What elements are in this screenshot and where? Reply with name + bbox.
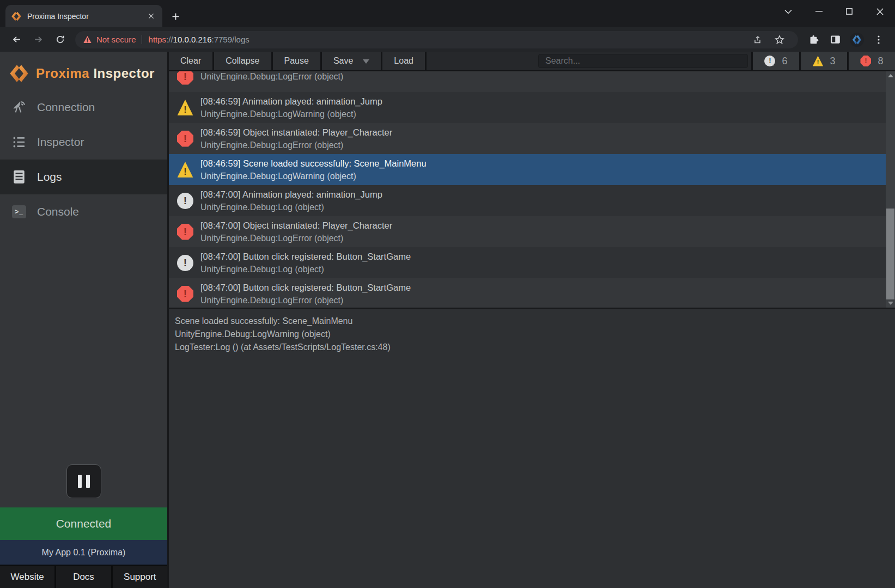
chevron-down-icon[interactable] <box>773 0 803 23</box>
error-filter-button[interactable]: 8 <box>847 52 895 70</box>
not-secure-warning-icon <box>83 35 92 44</box>
connected-app-name: My App 0.1 (Proxima) <box>0 540 167 565</box>
sidebar-nav: Connection Inspector <box>0 90 167 229</box>
log-row[interactable]: [08:47:00] Button click registered: Butt… <box>169 247 895 278</box>
error-icon <box>860 56 871 66</box>
search-input[interactable] <box>538 54 748 68</box>
log-row[interactable]: UnityEngine.Debug:LogError (object) <box>169 71 895 92</box>
warning-count: 3 <box>830 56 835 67</box>
log-stack: UnityEngine.Debug:LogError (object) <box>200 232 392 244</box>
log-message: [08:47:00] Animation played: animation_J… <box>200 188 382 201</box>
log-stack: UnityEngine.Debug:LogWarning (object) <box>200 108 382 120</box>
side-panel-icon[interactable] <box>824 30 846 50</box>
log-stack: UnityEngine.Debug:LogError (object) <box>200 71 343 83</box>
log-stack: UnityEngine.Debug:Log (object) <box>200 263 411 275</box>
menu-dots-icon[interactable] <box>868 30 890 50</box>
scroll-up-arrow-icon[interactable] <box>886 71 895 79</box>
not-secure-label: Not secure <box>96 35 136 44</box>
tab-close-icon[interactable] <box>145 10 157 22</box>
omnibox-divider <box>142 35 142 44</box>
info-icon <box>764 56 775 66</box>
log-list-area: UnityEngine.Debug:LogError (object)[08:4… <box>169 71 895 308</box>
url-scheme: https <box>149 35 167 44</box>
app-title: Proxima Inspector <box>36 66 155 81</box>
terminal-icon: >_ <box>11 205 27 218</box>
log-message: [08:47:00] Object instantiated: Player_C… <box>200 219 392 232</box>
back-icon[interactable] <box>5 30 27 50</box>
sidebar-item-label: Logs <box>37 170 62 183</box>
detail-line: UnityEngine.Debug:LogWarning (object) <box>175 328 895 341</box>
satellite-icon <box>11 100 27 115</box>
log-row[interactable]: [08:47:00] Button click registered: Butt… <box>169 278 895 308</box>
scrollbar-thumb[interactable] <box>886 209 894 299</box>
log-message: [08:47:00] Button click registered: Butt… <box>200 281 411 294</box>
pause-log-button[interactable]: Pause <box>273 52 322 70</box>
error-icon <box>177 71 193 85</box>
detail-line: Scene loaded successfully: Scene_MainMen… <box>175 315 895 328</box>
app-title-primary: Proxima <box>36 66 89 81</box>
pause-stream-button[interactable] <box>66 464 101 498</box>
log-row[interactable]: [08:46:59] Object instantiated: Player_C… <box>169 123 895 154</box>
warning-icon <box>177 100 193 116</box>
sidebar-item-label: Console <box>37 205 79 218</box>
log-message: [08:46:59] Object instantiated: Player_C… <box>200 126 392 139</box>
collapse-button-label: Collapse <box>226 56 259 66</box>
scroll-down-arrow-icon[interactable] <box>886 299 895 308</box>
proxima-logo-icon <box>9 63 29 84</box>
pause-icon <box>78 475 82 488</box>
sidebar-item-inspector[interactable]: Inspector <box>0 125 167 160</box>
docs-link[interactable]: Docs <box>56 566 111 588</box>
close-window-icon[interactable] <box>864 0 895 23</box>
profile-avatar[interactable] <box>846 30 868 50</box>
detail-line: LogTester:Log () (at Assets/TestScripts/… <box>175 341 895 354</box>
minimize-icon[interactable] <box>803 0 834 23</box>
warning-icon <box>812 56 823 66</box>
window-controls <box>773 0 895 23</box>
support-link[interactable]: Support <box>113 566 167 588</box>
sidebar-item-logs[interactable]: Logs <box>0 160 167 194</box>
forward-icon[interactable] <box>27 30 49 50</box>
logs-toolbar: Clear Collapse Pause Save Load 6 3 <box>169 52 895 71</box>
log-stack: UnityEngine.Debug:LogError (object) <box>200 294 411 307</box>
error-count: 8 <box>878 56 883 67</box>
warning-filter-button[interactable]: 3 <box>799 52 847 70</box>
info-icon <box>177 193 193 209</box>
log-stack: UnityEngine.Debug:LogError (object) <box>200 139 392 151</box>
load-button[interactable]: Load <box>382 52 427 70</box>
log-row[interactable]: [08:46:59] Scene loaded successfully: Sc… <box>169 154 895 185</box>
collapse-button[interactable]: Collapse <box>214 52 272 70</box>
app-title-secondary: Inspector <box>93 66 155 81</box>
url-separator: :// <box>166 35 173 44</box>
clear-button-label: Clear <box>180 56 201 66</box>
log-row[interactable]: [08:47:00] Object instantiated: Player_C… <box>169 216 895 247</box>
url-text: https://10.0.0.216:7759/logs <box>149 35 249 44</box>
new-tab-button[interactable] <box>168 9 183 24</box>
proxima-favicon-icon <box>11 11 22 22</box>
share-icon[interactable] <box>747 30 769 50</box>
save-dropdown-caret-icon[interactable] <box>363 59 369 67</box>
log-row[interactable]: [08:46:59] Animation played: animation_J… <box>169 92 895 123</box>
url-host: 10.0.0.216 <box>173 35 212 44</box>
info-count: 6 <box>782 56 787 67</box>
extensions-puzzle-icon[interactable] <box>802 30 824 50</box>
load-button-label: Load <box>394 56 413 66</box>
reload-icon[interactable] <box>49 30 71 50</box>
sidebar-item-console[interactable]: >_ Console <box>0 194 167 229</box>
scrollbar[interactable] <box>886 71 895 308</box>
bookmark-star-icon[interactable] <box>769 30 790 50</box>
document-icon <box>11 170 27 184</box>
website-link[interactable]: Website <box>0 566 54 588</box>
log-row[interactable]: [08:47:00] Animation played: animation_J… <box>169 185 895 216</box>
omnibox[interactable]: Not secure https://10.0.0.216:7759/logs <box>75 31 798 48</box>
app-logo: Proxima Inspector <box>0 52 167 85</box>
sidebar-item-label: Connection <box>37 101 95 114</box>
browser-tab[interactable]: Proxima Inspector <box>5 5 162 27</box>
warning-icon <box>177 162 193 178</box>
tab-strip: Proxima Inspector <box>0 0 895 27</box>
save-button[interactable]: Save <box>322 52 382 70</box>
clear-button[interactable]: Clear <box>169 52 214 70</box>
log-list: UnityEngine.Debug:LogError (object)[08:4… <box>169 71 895 308</box>
info-filter-button[interactable]: 6 <box>751 52 799 70</box>
maximize-icon[interactable] <box>834 0 864 23</box>
sidebar-item-connection[interactable]: Connection <box>0 90 167 125</box>
